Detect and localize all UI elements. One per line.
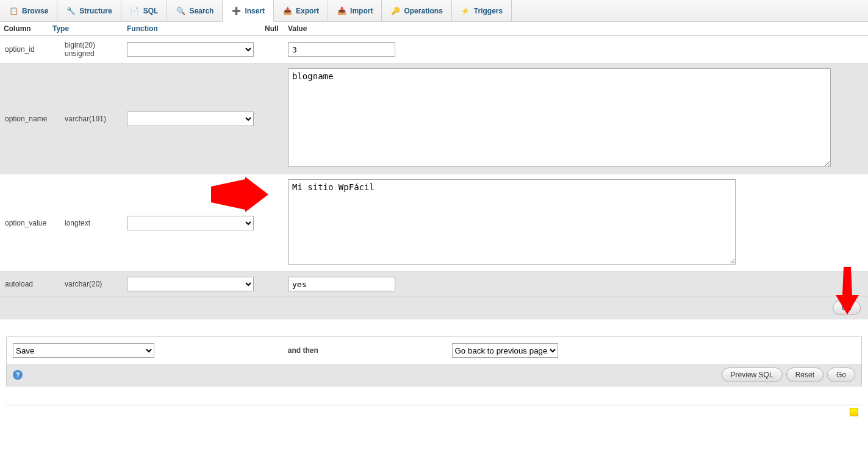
- tab-structure[interactable]: 🔧Structure: [57, 0, 121, 21]
- col-name: autoload: [0, 280, 52, 288]
- col-type: longtext: [52, 219, 127, 227]
- header-function: Function: [127, 24, 265, 33]
- col-type: bigint(20) unsigned: [52, 41, 127, 58]
- structure-icon: 🔧: [66, 6, 76, 16]
- save-select[interactable]: Save: [13, 343, 154, 358]
- reset-button[interactable]: Reset: [786, 368, 823, 382]
- after-action-select[interactable]: Go back to previous page: [452, 343, 558, 358]
- tab-insert[interactable]: ➕Insert: [223, 0, 274, 22]
- header-type: Type: [52, 24, 127, 33]
- value-textarea[interactable]: Mi sitio WpFácil: [288, 179, 736, 265]
- tab-label: SQL: [143, 7, 159, 15]
- export-icon: 📤: [282, 6, 292, 16]
- actions-panel: Save and then Go back to previous page ?…: [6, 336, 862, 386]
- insert-icon: ➕: [231, 6, 241, 16]
- tab-label: Browse: [22, 7, 48, 15]
- tab-search[interactable]: 🔍Search: [167, 0, 223, 21]
- table-row: option_name varchar(191) blogname: [0, 63, 868, 174]
- function-select[interactable]: [127, 112, 254, 126]
- header-value: Value: [288, 24, 868, 33]
- table-row: option_value longtext Mi sitio WpFácil: [0, 174, 868, 272]
- preview-sql-button[interactable]: Preview SQL: [722, 368, 783, 382]
- tab-export[interactable]: 📤Export: [274, 0, 328, 21]
- sql-icon: 📄: [130, 6, 140, 16]
- tab-label: Operations: [404, 7, 442, 15]
- function-select[interactable]: [127, 216, 254, 230]
- tab-label: Export: [296, 7, 319, 15]
- value-textarea[interactable]: blogname: [288, 68, 831, 167]
- footer-icon-bar: [0, 405, 868, 421]
- tab-sql[interactable]: 📄SQL: [121, 0, 168, 21]
- table-row: autoload varchar(20): [0, 272, 868, 297]
- header-column: Column: [0, 24, 52, 33]
- table-row: option_id bigint(20) unsigned: [0, 36, 868, 63]
- go-button[interactable]: Go: [827, 368, 855, 382]
- browse-icon: 📋: [9, 6, 18, 16]
- col-type: varchar(191): [52, 115, 127, 123]
- col-type: varchar(20): [52, 280, 127, 288]
- tab-import[interactable]: 📥Import: [328, 0, 382, 21]
- tab-triggers[interactable]: ⚡Triggers: [452, 0, 512, 21]
- tab-label: Insert: [245, 7, 265, 15]
- search-icon: 🔍: [176, 6, 185, 16]
- tab-operations[interactable]: 🔑Operations: [382, 0, 451, 21]
- go-bar: Go: [0, 297, 868, 319]
- function-select[interactable]: [127, 277, 254, 291]
- value-input[interactable]: [288, 277, 395, 291]
- help-icon[interactable]: ?: [13, 370, 23, 380]
- table-header: Column Type Function Null Value: [0, 22, 868, 36]
- go-button[interactable]: Go: [833, 301, 861, 315]
- nav-tabs: 📋Browse 🔧Structure 📄SQL 🔍Search ➕Insert …: [0, 0, 868, 22]
- tab-label: Structure: [79, 7, 112, 15]
- col-name: option_name: [0, 115, 52, 123]
- tab-browse[interactable]: 📋Browse: [0, 0, 57, 21]
- operations-icon: 🔑: [390, 6, 400, 16]
- tab-label: Import: [350, 7, 373, 15]
- col-name: option_value: [0, 219, 52, 227]
- value-input[interactable]: [288, 42, 395, 57]
- tab-label: Triggers: [474, 7, 503, 15]
- and-then-label: and then: [154, 346, 452, 355]
- header-null: Null: [265, 24, 288, 33]
- note-icon[interactable]: [850, 408, 858, 416]
- import-icon: 📥: [337, 6, 346, 16]
- col-name: option_id: [0, 45, 52, 54]
- triggers-icon: ⚡: [461, 6, 470, 16]
- function-select[interactable]: [127, 42, 254, 57]
- tab-label: Search: [189, 7, 213, 15]
